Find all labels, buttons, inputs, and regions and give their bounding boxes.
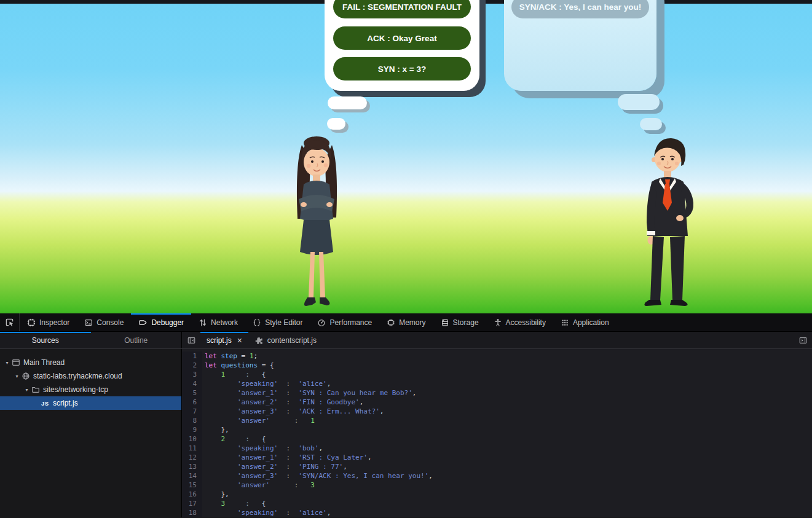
devtools-tab-console[interactable]: Console [77,313,131,331]
expand-debugger-pane-button[interactable] [794,332,812,348]
devtools-tab-accessibility[interactable]: Accessibility [486,313,553,331]
code-line[interactable]: 'speaking' : 'alice', [205,379,812,388]
devtools-tab-debugger[interactable]: Debugger [131,313,191,331]
tree-item-label: sites/networking-tcp [43,385,108,394]
debugger-icon [138,318,148,327]
devtools-tab-memory[interactable]: Memory [379,313,433,331]
editor-tab-contentscript-js[interactable]: contentscript.js [248,332,323,348]
line-number[interactable]: 2 [182,361,197,370]
line-number[interactable]: 3 [182,370,197,379]
line-number[interactable]: 15 [182,481,197,490]
network-icon [199,318,207,327]
code-line[interactable]: 'answer_1' : 'SYN : Can you hear me Bob?… [205,388,812,398]
line-number[interactable]: 5 [182,388,197,398]
memory-icon [387,318,395,327]
tree-item-main-thread[interactable]: ▾ Main Thread [0,356,181,369]
devtools-tab-label: Performance [329,318,372,327]
line-number[interactable]: 13 [182,462,197,471]
code-line[interactable]: 'answer_3' : 'ACK : Erm... What?', [205,407,812,416]
devtools-toolbar: Inspector Console Debugger Network Style… [0,313,812,332]
game-stage: FAIL : SEGMENTATION FAULTACK : Okay Grea… [0,0,812,313]
code-line[interactable]: 'answer' : 1 [205,416,812,425]
code-line[interactable]: 'speaking' : 'alice', [205,508,812,517]
application-icon [561,318,569,327]
devtools-tab-application[interactable]: Application [553,313,617,331]
code-line[interactable]: 'speaking' : 'bob', [205,444,812,453]
line-number[interactable]: 8 [182,416,197,425]
tree-item-label: static-labs.tryhackme.cloud [33,372,122,380]
code-line[interactable]: 'answer' : 3 [205,481,812,490]
inspector-icon [27,318,36,327]
line-number[interactable]: 14 [182,471,197,481]
alice-thought-bubble: FAIL : SEGMENTATION FAULTACK : Okay Grea… [325,0,479,91]
editor-gutter: 123456789101112131415161718 [182,351,202,517]
code-line[interactable]: }, [205,425,812,434]
devtools-tab-label: Inspector [39,318,69,327]
twisty-expanded-icon[interactable]: ▾ [12,374,22,379]
devtools-secondary-bar: SourcesOutline script.js × contentscript… [0,332,812,349]
tree-item-static-labs-tryhackme-cloud[interactable]: ▾ static-labs.tryhackme.cloud [0,369,181,383]
pick-element-icon [5,318,14,327]
line-number[interactable]: 18 [182,508,197,517]
folder-icon [31,385,43,394]
line-number[interactable]: 4 [182,379,197,388]
line-number[interactable]: 12 [182,453,197,462]
debugger-body: ▾ Main Thread ▾ static-labs.tryhackme.cl… [0,349,812,517]
devtools-tab-inspector[interactable]: Inspector [20,313,77,331]
devtools-tab-label: Console [97,318,124,327]
code-line[interactable]: 'answer_2' : 'PING : 77', [205,462,812,471]
answer-option-button-syn[interactable]: SYN : x = 3? [333,57,471,80]
bob-bubble-trail-small [640,118,662,130]
code-line[interactable]: 3 : { [205,499,812,508]
panel-tab-sources[interactable]: Sources [0,332,91,348]
editor-code: let step = 1;let questions = { 1 : { 'sp… [202,351,812,517]
code-line[interactable]: 'answer_1' : 'RST : Cya Later', [205,453,812,462]
line-number[interactable]: 11 [182,444,197,453]
devtools-panel: Inspector Console Debugger Network Style… [0,313,812,518]
answer-option-button-fail[interactable]: FAIL : SEGMENTATION FAULT [333,0,471,18]
twisty-expanded-icon[interactable]: ▾ [2,360,12,366]
editor-tab-label: contentscript.js [267,336,317,345]
devtools-tab-label: Storage [453,318,479,327]
line-number[interactable]: 10 [182,434,197,444]
line-number[interactable]: 17 [182,499,197,508]
puzzle-icon [254,336,263,345]
devtools-tab-performance[interactable]: Performance [310,313,379,331]
devtools-tab-network[interactable]: Network [191,313,245,331]
code-line[interactable]: let step = 1; [205,351,812,361]
code-line[interactable]: 2 : { [205,434,812,444]
editor-tabs: script.js × contentscript.js [200,332,323,348]
devtools-tab-storage[interactable]: Storage [433,313,486,331]
line-number[interactable]: 6 [182,398,197,407]
tab-bar-spacer [323,332,794,348]
devtools-tab-label: Style Editor [265,318,302,327]
line-number[interactable]: 7 [182,407,197,416]
bob-message: SYN/ACK : Yes, I can hear you! [511,0,649,18]
code-line[interactable]: let questions = { [205,361,812,370]
twisty-expanded-icon[interactable]: ▾ [22,387,31,393]
tree-item-sites-networking-tcp[interactable]: ▾ sites/networking-tcp [0,383,181,396]
line-number[interactable]: 1 [182,351,197,361]
editor-tab-label: script.js [207,336,232,345]
code-line[interactable]: 'answer_3' : 'SYN/ACK : Yes, I can hear … [205,471,812,481]
code-line[interactable]: 1 : { [205,370,812,379]
line-number[interactable]: 9 [182,425,197,434]
storage-icon [441,318,449,327]
pick-element-button[interactable] [0,313,20,331]
alice-character [282,127,352,310]
code-line[interactable]: 'answer_2' : 'FIN : Goodbye', [205,398,812,407]
editor-tab-script-js[interactable]: script.js × [200,332,248,348]
tree-item-script-js[interactable]: JS script.js [0,396,181,410]
devtools-tab-style-editor[interactable]: Style Editor [245,313,310,331]
editor-tab-bar: script.js × contentscript.js [182,332,812,348]
line-number[interactable]: 16 [182,490,197,499]
globe-icon [22,372,33,380]
devtools-tab-label: Application [573,318,609,327]
sources-tree: ▾ Main Thread ▾ static-labs.tryhackme.cl… [0,349,182,517]
code-line[interactable]: }, [205,490,812,499]
collapse-sidebar-icon [187,336,196,345]
collapse-sources-pane-button[interactable] [182,332,200,348]
panel-tab-outline[interactable]: Outline [91,332,182,348]
answer-option-button-ack[interactable]: ACK : Okay Great [333,26,471,50]
close-tab-icon[interactable]: × [237,336,242,345]
